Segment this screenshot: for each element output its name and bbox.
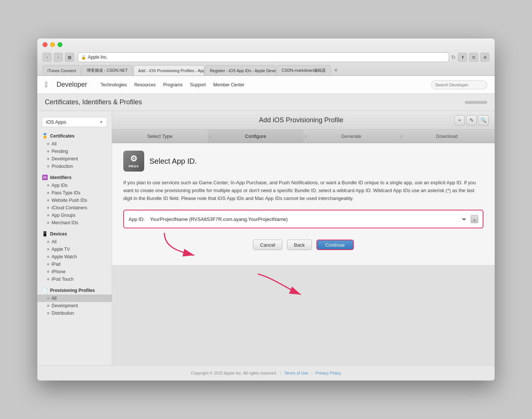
wizard-title: Add iOS Provisioning Profile (148, 116, 454, 124)
back-button[interactable]: ‹ (43, 53, 52, 62)
ios-apps-dropdown[interactable]: iOS Apps ▼ (42, 117, 107, 127)
sidebar-item-icloud-containers[interactable]: iCloud Containers (37, 204, 112, 212)
brand-label: Developer (56, 81, 87, 89)
scroll-indicator (465, 101, 487, 104)
bullet-icon (47, 150, 49, 152)
bullet-icon (47, 199, 49, 201)
dropdown-label: iOS Apps (46, 119, 66, 125)
section-icon-area: ⚙ PROV Select App ID. (123, 151, 483, 172)
section-title: Certificates, Identifiers & Profiles (45, 98, 142, 106)
sidebar-item-apple-watch[interactable]: Apple Watch (37, 253, 112, 261)
main-panel: Add iOS Provisioning Profile + ✎ 🔍 Selec… (112, 111, 495, 365)
sidebar-item-app-ids[interactable]: App IDs (37, 182, 112, 189)
sidebar-item-prov-development[interactable]: Development (37, 302, 112, 309)
steps-bar: Select Type › Configure › Generate › Dow… (112, 130, 495, 143)
step-configure[interactable]: Configure › (208, 130, 303, 143)
share-button[interactable]: ⬆ (458, 53, 467, 62)
sidebar-item-ipad[interactable]: iPad (37, 261, 112, 268)
tab-itunes-connect[interactable]: iTunes Connect (43, 65, 81, 76)
sidebar-item-ipod-touch[interactable]: iPod Touch (37, 275, 112, 283)
back-button[interactable]: Back (287, 240, 312, 250)
sidebar-item-cert-development[interactable]: Development (37, 155, 112, 163)
lock-icon: 🔒 (81, 55, 86, 60)
step-select-type[interactable]: Select Type › (112, 130, 208, 143)
sidebar-item-website-push-ids[interactable]: Website Push IDs (37, 197, 112, 204)
bullet-icon (47, 165, 49, 167)
buttons-row: Cancel Back Continue (123, 240, 483, 250)
minimize-button[interactable] (50, 42, 55, 47)
nav-resources[interactable]: Resources (134, 82, 155, 87)
search-tool-button[interactable]: 🔍 (478, 115, 489, 126)
bullet-icon (47, 222, 49, 224)
tab-csdn-markdown[interactable]: CSDN-markdown编辑器 (277, 65, 331, 76)
nav-member-center[interactable]: Member Center (213, 82, 244, 87)
wizard-header: Add iOS Provisioning Profile + ✎ 🔍 (112, 111, 495, 130)
bullet-icon (47, 271, 49, 273)
sidebar-item-devices-all[interactable]: All (37, 238, 112, 246)
traffic-lights (43, 42, 489, 47)
nav-search-input[interactable] (431, 80, 487, 89)
add-tool-button[interactable]: + (454, 115, 465, 126)
sidebar-section-certificates: 🏅 Certificates All Pending Development (37, 132, 112, 170)
chevron-down-icon: ▼ (99, 120, 103, 124)
new-tab-tile-button[interactable]: ⧉ (469, 53, 478, 62)
address-bar-row: ‹ › ▩ 🔒 Apple Inc. ↻ ⬆ ⧉ ⊕ (43, 50, 489, 65)
reload-button[interactable]: ↻ (451, 54, 456, 60)
step-arrow-icon: › (209, 132, 211, 140)
app-id-label: App ID: (129, 216, 145, 222)
sidebar-item-prov-all[interactable]: All (37, 295, 112, 302)
certificates-header: 🏅 Certificates (37, 132, 112, 140)
provisioning-label: Provisioning Profiles (50, 288, 95, 293)
step-download[interactable]: Download (399, 130, 495, 143)
plus-circle-button[interactable]: ⊕ (480, 53, 489, 62)
tab-register-app-ids[interactable]: Register - iOS App IDs - Apple Developer (205, 65, 276, 76)
sidebar-item-cert-production[interactable]: Production (37, 163, 112, 170)
sidebar-item-apple-tv[interactable]: Apple TV (37, 246, 112, 253)
forward-button[interactable]: › (54, 53, 63, 62)
privacy-policy-link[interactable]: Privacy Policy (315, 371, 341, 375)
nav-programs[interactable]: Programs (163, 82, 183, 87)
page-content:  Developer Technologies Resources Progr… (37, 76, 495, 381)
provisioning-header: 📄 Provisioning Profiles (37, 286, 112, 295)
maximize-button[interactable] (58, 42, 62, 47)
browser-tabs: iTunes Connect 博客频道 - CSDN.NET Add - iOS… (43, 65, 489, 76)
nav-links: Technologies Resources Programs Support … (100, 82, 424, 87)
edit-tool-button[interactable]: ✎ (466, 115, 477, 126)
close-button[interactable] (43, 42, 47, 47)
terms-of-use-link[interactable]: Terms of Use (284, 371, 309, 375)
content-heading: Select App ID. (149, 157, 197, 166)
bullet-icon (47, 184, 49, 187)
sidebar-item-cert-pending[interactable]: Pending (37, 148, 112, 155)
address-bar[interactable]: 🔒 Apple Inc. (78, 52, 449, 62)
bullet-icon (47, 207, 49, 209)
app-id-row: App ID: YourProjectName (RVSA8S3F7R.com.… (123, 210, 483, 228)
tab-csdn-blog[interactable]: 博客频道 - CSDN.NET (82, 65, 133, 76)
prov-icon: ⚙ PROV (123, 151, 144, 172)
sidebar-item-merchant-ids[interactable]: Merchant IDs (37, 219, 112, 227)
nav-support[interactable]: Support (190, 82, 206, 87)
devices-label: Devices (50, 231, 67, 237)
app-id-select[interactable]: YourProjectName (RVSA8S3F7R.com.ayang.Yo… (148, 214, 467, 224)
sidebar-item-pass-type-ids[interactable]: Pass Type IDs (37, 189, 112, 197)
section-header: Certificates, Identifiers & Profiles (37, 94, 495, 111)
sidebar-item-iphone[interactable]: iPhone (37, 268, 112, 275)
address-text: Apple Inc. (88, 55, 108, 60)
sidebar-item-app-groups[interactable]: App Groups (37, 212, 112, 219)
device-icon: 📱 (42, 231, 48, 237)
gear-icon: ⚙ (130, 154, 137, 164)
nav-technologies[interactable]: Technologies (100, 82, 127, 87)
sidebar-item-cert-all[interactable]: All (37, 140, 112, 148)
sidebar-item-prov-distribution[interactable]: Distribution (37, 309, 112, 317)
new-tab-button[interactable]: + (331, 66, 340, 75)
step-generate[interactable]: Generate › (303, 130, 399, 143)
continue-button[interactable]: Continue (316, 240, 354, 250)
tab-ios-provisioning[interactable]: Add - iOS Provisioning Profiles - Appl..… (133, 65, 204, 76)
select-dropdown-arrow-icon[interactable]: ⌄ (471, 215, 478, 223)
bullet-icon (47, 312, 49, 314)
tab-overview-button[interactable]: ▩ (65, 53, 74, 62)
step-arrow-icon: › (304, 132, 307, 140)
cancel-button[interactable]: Cancel (253, 240, 282, 250)
certificate-icon: 🏅 (42, 133, 48, 139)
bullet-icon (47, 241, 49, 243)
bullet-icon (47, 256, 49, 258)
